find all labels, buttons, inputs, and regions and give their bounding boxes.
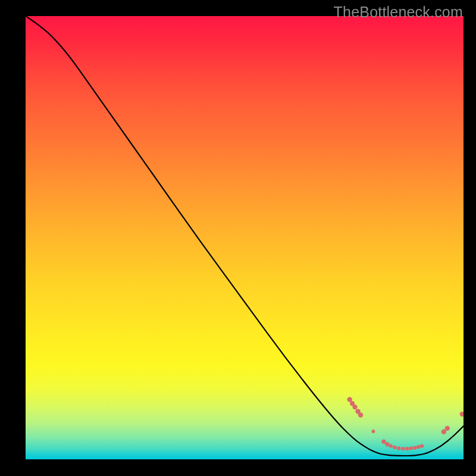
data-marker xyxy=(420,444,424,447)
data-marker xyxy=(416,445,420,449)
data-marker xyxy=(389,444,393,447)
data-marker xyxy=(460,412,464,416)
watermark-text: TheBottleneck.com xyxy=(334,4,463,21)
data-marker xyxy=(445,426,450,431)
data-marker xyxy=(405,447,409,450)
data-marker xyxy=(393,446,396,449)
data-marker xyxy=(401,447,405,450)
bottleneck-curve-svg xyxy=(26,16,464,459)
data-marker xyxy=(409,446,413,450)
data-marker xyxy=(381,440,386,444)
plot-area xyxy=(26,16,464,459)
data-marker xyxy=(385,442,389,446)
data-marker xyxy=(371,430,375,433)
data-marker xyxy=(358,412,363,417)
chart-frame: TheBottleneck.com xyxy=(0,0,476,476)
data-marker xyxy=(397,446,400,450)
data-marker xyxy=(413,446,416,449)
bottleneck-curve-path xyxy=(26,16,464,456)
data-marker xyxy=(352,405,357,409)
